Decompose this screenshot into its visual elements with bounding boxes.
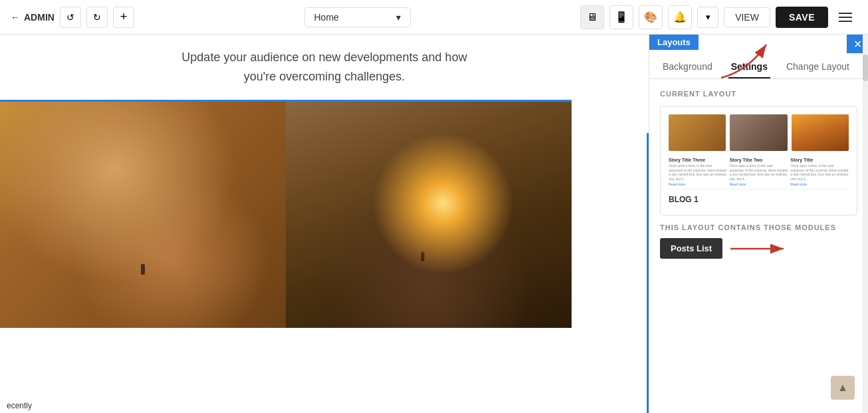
- toolbar-left: ← ADMIN ↺ ↻ +: [11, 7, 134, 28]
- preview-story-1: Story Title Three Once upon a time, in t…: [669, 158, 727, 186]
- mobile-view-button[interactable]: 📱: [609, 5, 633, 29]
- undo-button[interactable]: ↺: [60, 7, 81, 28]
- desktop-icon: 🖥: [587, 11, 597, 23]
- figure-right: [421, 252, 425, 261]
- tab-background[interactable]: Background: [660, 56, 715, 78]
- back-arrow-icon: ←: [11, 12, 20, 23]
- scroll-thumb: [863, 55, 868, 81]
- layout-preview-inner: Story Title Three Once upon a time, in t…: [661, 106, 857, 215]
- layouts-panel: Layouts ✕ Background Settings Change Lay…: [649, 35, 868, 413]
- preview-image-1: [669, 114, 726, 151]
- palette-button[interactable]: 🎨: [639, 5, 663, 29]
- close-icon: ✕: [853, 38, 862, 51]
- mobile-icon: 📱: [615, 11, 628, 23]
- tab-change-layout[interactable]: Change Layout: [784, 56, 852, 78]
- canyon-image-left: [0, 102, 286, 328]
- layout-name: BLOG 1: [669, 189, 849, 207]
- preview-image-2: [730, 114, 787, 151]
- figure-left: [141, 264, 145, 275]
- posts-list-button[interactable]: Posts List: [660, 238, 722, 259]
- page-description: Update your audience on new developments…: [118, 48, 530, 86]
- hamburger-line: [839, 21, 852, 22]
- panel-body: CURRENT LAYOUT Story Title Three Once up…: [649, 79, 868, 413]
- current-layout-label: CURRENT LAYOUT: [660, 90, 857, 98]
- main-area: Update your audience on new developments…: [0, 35, 868, 413]
- palette-icon: 🎨: [644, 11, 657, 23]
- chevron-down-icon: ▾: [396, 12, 401, 23]
- desktop-view-button[interactable]: 🖥: [580, 5, 604, 29]
- toolbar-right: 🖥 📱 🎨 🔔 ▾ VIEW SAVE: [580, 5, 857, 29]
- page-name: Home: [314, 12, 339, 23]
- preview-story-3: Story Title Once upon a time, in the vas…: [790, 158, 849, 186]
- preview-image-3: [792, 114, 849, 151]
- preview-story-2: Story Title Two Once upon a time, in the…: [730, 158, 788, 186]
- toolbar-dropdown-button[interactable]: ▾: [697, 7, 718, 28]
- canyon-image-right: [286, 102, 572, 328]
- page-content: Update your audience on new developments…: [0, 35, 649, 413]
- chevron-down-icon: ▾: [706, 12, 710, 22]
- preview-story-items: Story Title Three Once upon a time, in t…: [669, 158, 849, 186]
- hamburger-line: [839, 13, 852, 14]
- posts-list-row: Posts List: [660, 238, 857, 259]
- up-arrow-icon: ▲: [837, 382, 848, 394]
- view-button[interactable]: VIEW: [724, 7, 770, 27]
- redo-button[interactable]: ↻: [86, 7, 108, 28]
- image-cell-left: [0, 102, 286, 328]
- undo-icon: ↺: [66, 12, 74, 23]
- admin-label: ADMIN: [24, 12, 54, 23]
- add-button[interactable]: +: [113, 7, 134, 28]
- hamburger-line: [839, 17, 852, 18]
- modules-label: THIS LAYOUT CONTAINS THOSE MODULES: [660, 223, 857, 231]
- redo-icon: ↻: [93, 12, 101, 23]
- partial-label: ecently: [0, 398, 39, 413]
- save-button[interactable]: SAVE: [776, 7, 828, 28]
- back-button[interactable]: ← ADMIN: [11, 12, 54, 23]
- red-arrow-tab: [708, 38, 774, 84]
- scroll-up-button[interactable]: ▲: [831, 376, 855, 400]
- hamburger-menu-button[interactable]: [833, 5, 857, 29]
- add-icon: +: [120, 10, 128, 24]
- image-grid: [0, 102, 572, 328]
- view-label: VIEW: [735, 12, 759, 23]
- layouts-badge: Layouts: [649, 35, 699, 50]
- image-cell-right: [286, 102, 572, 328]
- preview-images: [669, 114, 849, 151]
- bell-icon: 🔔: [673, 11, 687, 23]
- red-arrow-posts: [730, 243, 790, 255]
- page-text-section: Update your audience on new developments…: [92, 35, 557, 100]
- save-label: SAVE: [789, 12, 815, 23]
- page-selector[interactable]: Home ▾: [304, 7, 411, 27]
- layout-preview-card[interactable]: Story Title Three Once upon a time, in t…: [660, 106, 857, 215]
- notifications-button[interactable]: 🔔: [668, 5, 692, 29]
- modules-section: THIS LAYOUT CONTAINS THOSE MODULES Posts…: [660, 223, 857, 259]
- toolbar-center: Home ▾: [140, 7, 575, 27]
- panel-scrollbar[interactable]: [863, 35, 868, 413]
- toolbar: ← ADMIN ↺ ↻ + Home ▾ 🖥 📱 🎨 🔔: [0, 0, 868, 35]
